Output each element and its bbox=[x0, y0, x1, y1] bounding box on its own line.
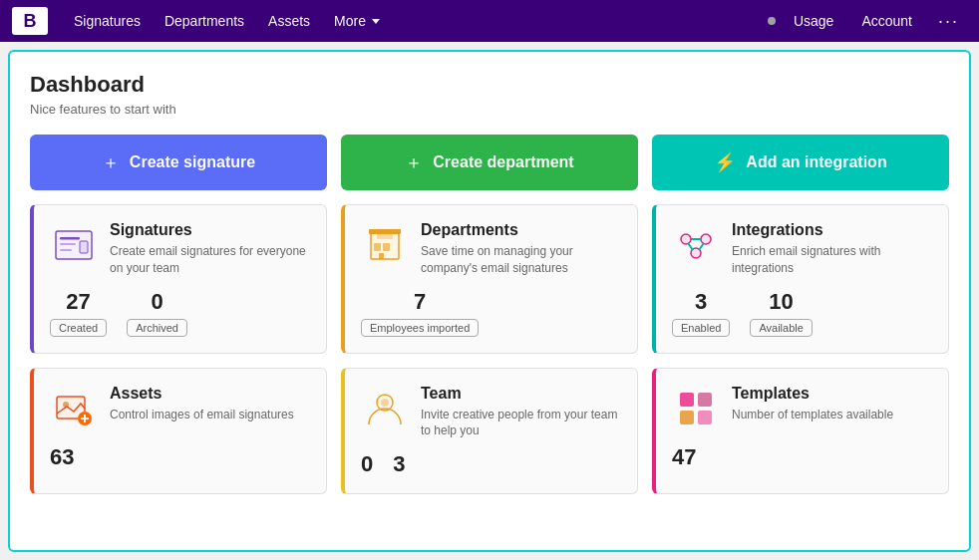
card-stats: 63 bbox=[50, 444, 310, 470]
nav-overflow-menu[interactable]: ··· bbox=[930, 7, 967, 36]
stat-team-0: 0 bbox=[361, 451, 373, 477]
card-text: Integrations Enrich email signatures wit… bbox=[732, 221, 932, 277]
stat-employees: 7 Employees imported bbox=[361, 289, 479, 337]
svg-rect-26 bbox=[680, 411, 694, 424]
signatures-card: Signatures Create email signatures for e… bbox=[30, 204, 327, 354]
card-header: Departments Save time on managing your c… bbox=[361, 221, 621, 277]
stat-assets: 63 bbox=[50, 444, 74, 470]
stat-number: 3 bbox=[695, 289, 707, 315]
page-title: Dashboard bbox=[30, 72, 949, 98]
card-stats: 0 3 bbox=[361, 451, 621, 477]
create-signature-button[interactable]: ＋ Create signature bbox=[30, 135, 327, 190]
card-title: Departments bbox=[421, 221, 621, 239]
departments-card: Departments Save time on managing your c… bbox=[341, 204, 638, 354]
card-desc: Control images of email signatures bbox=[110, 407, 294, 423]
nav-signatures[interactable]: Signatures bbox=[64, 7, 151, 35]
card-text: Assets Control images of email signature… bbox=[110, 385, 294, 423]
svg-rect-2 bbox=[60, 243, 76, 245]
stat-number-2: 0 bbox=[151, 289, 163, 315]
svg-rect-24 bbox=[680, 393, 694, 407]
card-header: Assets Control images of email signature… bbox=[50, 385, 310, 432]
signatures-icon bbox=[50, 221, 98, 269]
enabled-badge: Enabled bbox=[672, 319, 730, 337]
nav-departments[interactable]: Departments bbox=[155, 7, 254, 35]
card-title: Team bbox=[421, 385, 621, 403]
employees-badge: Employees imported bbox=[361, 319, 479, 337]
svg-rect-1 bbox=[60, 237, 80, 240]
stat-number: 27 bbox=[66, 289, 90, 315]
add-integration-button[interactable]: ⚡ Add an integration bbox=[652, 135, 949, 190]
action-row: ＋ Create signature ＋ Create department ⚡… bbox=[30, 135, 949, 190]
card-title: Templates bbox=[732, 385, 893, 403]
stat-available: 10 Available bbox=[750, 289, 812, 337]
card-stats: 27 Created 0 Archived bbox=[50, 289, 310, 337]
nav-right: Usage Account ··· bbox=[768, 7, 967, 36]
nav-usage[interactable]: Usage bbox=[784, 7, 843, 35]
available-badge: Available bbox=[750, 319, 812, 337]
stat-team-1: 3 bbox=[393, 451, 405, 477]
card-title: Assets bbox=[110, 385, 294, 403]
svg-rect-27 bbox=[698, 411, 712, 424]
svg-rect-7 bbox=[374, 243, 381, 251]
stat-number-2: 10 bbox=[769, 289, 793, 315]
nav-more[interactable]: More bbox=[324, 7, 390, 35]
card-stats: 7 Employees imported bbox=[361, 289, 621, 337]
templates-card: Templates Number of templates available … bbox=[652, 368, 949, 495]
stat-created: 27 Created bbox=[50, 289, 107, 337]
svg-line-16 bbox=[699, 243, 704, 250]
card-header: Integrations Enrich email signatures wit… bbox=[672, 221, 932, 277]
stat-enabled: 3 Enabled bbox=[672, 289, 730, 337]
stat-number-2: 3 bbox=[393, 451, 405, 477]
card-desc: Number of templates available bbox=[732, 407, 893, 423]
assets-card: Assets Control images of email signature… bbox=[30, 368, 327, 495]
svg-rect-10 bbox=[369, 229, 401, 234]
card-header: Team Invite creative people from your te… bbox=[361, 385, 621, 440]
departments-icon bbox=[361, 221, 409, 269]
plus-icon: ＋ bbox=[102, 150, 120, 174]
page-subtitle: Nice features to start with bbox=[30, 102, 949, 117]
card-desc: Create email signatures for everyone on … bbox=[110, 243, 310, 277]
templates-icon bbox=[672, 385, 720, 432]
create-department-button[interactable]: ＋ Create department bbox=[341, 135, 638, 190]
nav-account[interactable]: Account bbox=[851, 7, 922, 35]
card-title: Signatures bbox=[110, 221, 310, 239]
svg-rect-25 bbox=[698, 393, 712, 407]
integrations-card: Integrations Enrich email signatures wit… bbox=[652, 204, 949, 354]
svg-point-23 bbox=[381, 399, 389, 407]
card-title: Integrations bbox=[732, 221, 932, 239]
archived-badge: Archived bbox=[127, 319, 187, 337]
card-text: Departments Save time on managing your c… bbox=[421, 221, 621, 277]
stat-number: 0 bbox=[361, 451, 373, 477]
chevron-down-icon bbox=[372, 19, 380, 24]
stat-number: 7 bbox=[414, 289, 426, 315]
stat-archived: 0 Archived bbox=[127, 289, 187, 337]
svg-rect-3 bbox=[60, 249, 72, 251]
card-desc: Enrich email signatures with integration… bbox=[732, 243, 932, 277]
card-desc: Save time on managing your company's ema… bbox=[421, 243, 621, 277]
svg-point-12 bbox=[701, 234, 711, 244]
stat-templates: 47 bbox=[672, 444, 696, 470]
card-header: Signatures Create email signatures for e… bbox=[50, 221, 310, 277]
team-icon bbox=[361, 385, 409, 432]
card-grid: Signatures Create email signatures for e… bbox=[30, 204, 949, 494]
card-text: Signatures Create email signatures for e… bbox=[110, 221, 310, 277]
plug-icon: ⚡ bbox=[714, 151, 736, 173]
svg-point-11 bbox=[681, 234, 691, 244]
card-stats: 3 Enabled 10 Available bbox=[672, 289, 932, 337]
svg-rect-8 bbox=[383, 243, 390, 251]
svg-line-15 bbox=[688, 243, 693, 250]
plus-icon-2: ＋ bbox=[405, 150, 423, 174]
logo[interactable]: B bbox=[12, 7, 48, 35]
stat-number: 63 bbox=[50, 444, 74, 470]
card-text: Templates Number of templates available bbox=[732, 385, 893, 423]
created-badge: Created bbox=[50, 319, 107, 337]
integrations-icon bbox=[672, 221, 720, 269]
card-stats: 47 bbox=[672, 444, 932, 470]
navbar: B Signatures Departments Assets More Usa… bbox=[0, 0, 979, 42]
nav-links: Signatures Departments Assets More bbox=[64, 7, 768, 35]
nav-assets[interactable]: Assets bbox=[258, 7, 320, 35]
team-card: Team Invite creative people from your te… bbox=[341, 368, 638, 495]
svg-rect-9 bbox=[379, 253, 384, 259]
main-content: Dashboard Nice features to start with ＋ … bbox=[8, 50, 971, 552]
card-text: Team Invite creative people from your te… bbox=[421, 385, 621, 440]
